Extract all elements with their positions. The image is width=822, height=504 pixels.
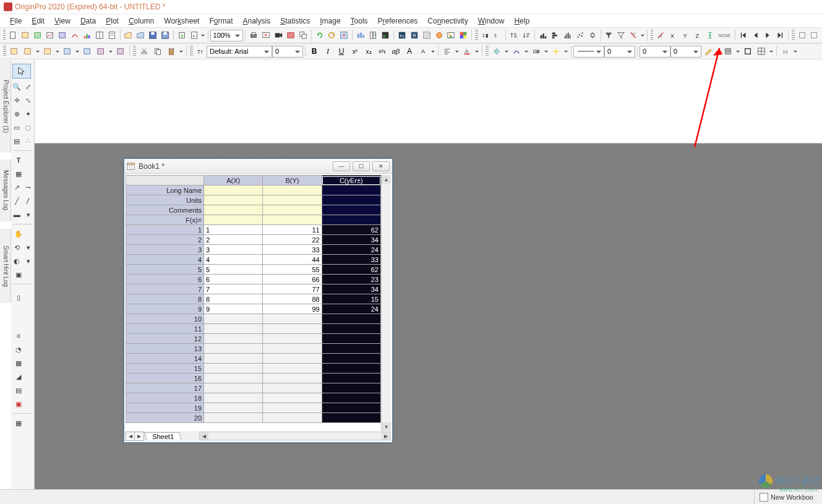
duplicate-icon[interactable]: [298, 29, 309, 41]
filter-clear-icon[interactable]: [628, 29, 639, 41]
maximize-button[interactable]: ☐: [353, 161, 370, 171]
new-graph-icon[interactable]: [45, 29, 56, 41]
new-wb-icon[interactable]: [8, 45, 20, 58]
toolbar-grip[interactable]: [475, 30, 477, 41]
plot-bar-icon[interactable]: [537, 29, 549, 41]
row-header[interactable]: 3: [126, 245, 204, 255]
align-dropdown[interactable]: [454, 49, 460, 54]
image-tool-icon[interactable]: [445, 29, 456, 41]
rotate-dd-icon[interactable]: ▾: [24, 242, 33, 253]
increase-font-icon[interactable]: A: [403, 45, 416, 58]
empty-cell-selected[interactable]: [322, 393, 380, 403]
data-cell-selected[interactable]: 34: [322, 284, 380, 294]
filter-reapply-icon[interactable]: [615, 29, 627, 41]
meta-row-header[interactable]: F(x)=: [126, 215, 204, 225]
empty-cell[interactable]: [263, 324, 322, 334]
messages-log-tab[interactable]: Messages Log: [0, 160, 11, 221]
new-wb4-icon[interactable]: [61, 45, 74, 58]
filter-dropdown[interactable]: [640, 33, 645, 38]
meta-cell[interactable]: [204, 215, 263, 225]
pattern-icon[interactable]: [722, 45, 734, 58]
new-wb3-icon[interactable]: [41, 45, 54, 58]
menu-column[interactable]: Column: [124, 15, 159, 27]
data-cell[interactable]: 8: [204, 294, 263, 304]
import-single-ascii-icon[interactable]: A: [189, 29, 200, 41]
data-cursor-icon[interactable]: ✦: [24, 108, 33, 119]
worksheet-grid[interactable]: A(X)B(Y)C(yEr±)Long NameUnitsCommentsF(x…: [126, 175, 391, 431]
new-project-icon[interactable]: [7, 29, 19, 41]
empty-cell[interactable]: [263, 364, 322, 374]
set-y-icon[interactable]: Y: [680, 29, 691, 41]
data-cell[interactable]: 77: [263, 284, 322, 294]
data-cell[interactable]: 55: [263, 265, 322, 275]
line-color-dd[interactable]: [523, 49, 529, 54]
v-toolbar-icon[interactable]: ▯: [12, 288, 25, 307]
vertical-scrollbar[interactable]: ▲ ▼: [381, 175, 391, 431]
row-header[interactable]: 14: [126, 354, 204, 364]
send-graphs-icon[interactable]: [285, 29, 296, 41]
empty-cell[interactable]: [263, 413, 322, 423]
sheet-nav-last-icon[interactable]: ▶: [135, 432, 143, 440]
minimize-button[interactable]: —: [333, 161, 350, 171]
wb-dropdown3[interactable]: [74, 49, 80, 54]
new-wb7-icon[interactable]: [114, 45, 127, 58]
status-new-workbook[interactable]: New Workboo: [754, 490, 818, 504]
data-cell-selected[interactable]: 23: [322, 275, 380, 284]
data-cell-selected[interactable]: 24: [322, 245, 380, 255]
hscroll-right-icon[interactable]: ▶: [382, 432, 390, 440]
data-cell-selected[interactable]: 62: [322, 265, 380, 275]
data-cell[interactable]: 4: [204, 255, 263, 265]
row-header[interactable]: 2: [126, 235, 204, 245]
print-icon[interactable]: [248, 29, 259, 41]
empty-cell[interactable]: [263, 393, 322, 403]
toolbar-grip[interactable]: [3, 46, 6, 57]
data-cell[interactable]: 1: [204, 225, 263, 235]
column-header[interactable]: A(X): [204, 176, 263, 186]
empty-cell[interactable]: [204, 334, 263, 344]
favorite-plot-icon[interactable]: ▣: [12, 398, 25, 409]
plot-hist-icon[interactable]: [562, 29, 573, 41]
copy-icon[interactable]: [152, 45, 164, 58]
empty-cell[interactable]: [204, 403, 263, 413]
pointer-tool-icon[interactable]: [12, 64, 31, 79]
python-console-icon[interactable]: Py: [396, 29, 408, 41]
gadget-icon[interactable]: [434, 29, 445, 41]
close-button[interactable]: ✕: [372, 161, 390, 171]
row-header[interactable]: 12: [126, 334, 204, 344]
row-header[interactable]: 7: [126, 284, 204, 294]
move-last-icon[interactable]: [774, 29, 786, 41]
project-explorer-tab[interactable]: Project Explorer (1): [0, 60, 11, 153]
numval-combo[interactable]: 0: [670, 46, 701, 58]
paste-icon[interactable]: [165, 45, 178, 58]
meta-cell[interactable]: [204, 186, 263, 195]
data-cell[interactable]: 33: [263, 245, 322, 255]
meta-cell-selected[interactable]: [322, 205, 380, 215]
row-header[interactable]: 16: [126, 374, 204, 383]
menu-plot[interactable]: Plot: [101, 15, 124, 27]
new-notes-icon[interactable]: [106, 29, 118, 41]
import-dropdown[interactable]: [200, 33, 206, 38]
3d-dd-icon[interactable]: ▾: [24, 255, 33, 267]
row-header[interactable]: 5: [126, 265, 204, 275]
screen-reader-icon[interactable]: ⊕: [12, 108, 22, 119]
draw-data-icon[interactable]: ∴: [24, 135, 33, 147]
mask-icon[interactable]: [655, 29, 666, 41]
contour-plot-icon[interactable]: ▦: [12, 357, 25, 369]
text-tool-icon[interactable]: T: [12, 155, 25, 166]
menu-statistics[interactable]: Statistics: [275, 15, 315, 27]
mdi-area[interactable]: Book1 * — ☐ ✕ A(X)B(Y)C(yEr±)Long NameUn…: [35, 143, 822, 504]
batch-process-icon[interactable]: [355, 29, 366, 41]
move-right-icon[interactable]: [762, 29, 773, 41]
workbook-window[interactable]: Book1 * — ☐ ✕ A(X)B(Y)C(yEr±)Long NameUn…: [124, 158, 393, 443]
toolbar-grip[interactable]: [651, 30, 653, 41]
mask-region-icon[interactable]: ▤: [12, 135, 22, 147]
pie-plot-icon[interactable]: ◔: [12, 344, 25, 355]
menu-tools[interactable]: Tools: [346, 15, 373, 27]
meta-cell-selected[interactable]: [322, 195, 380, 205]
panning-tool-icon[interactable]: ✋: [12, 228, 25, 239]
empty-cell[interactable]: [263, 403, 322, 413]
empty-cell-selected[interactable]: [322, 344, 380, 354]
set-none-icon[interactable]: NONE: [717, 29, 732, 41]
new-matrix-icon[interactable]: [57, 29, 68, 41]
wb-dropdown2[interactable]: [54, 49, 61, 54]
